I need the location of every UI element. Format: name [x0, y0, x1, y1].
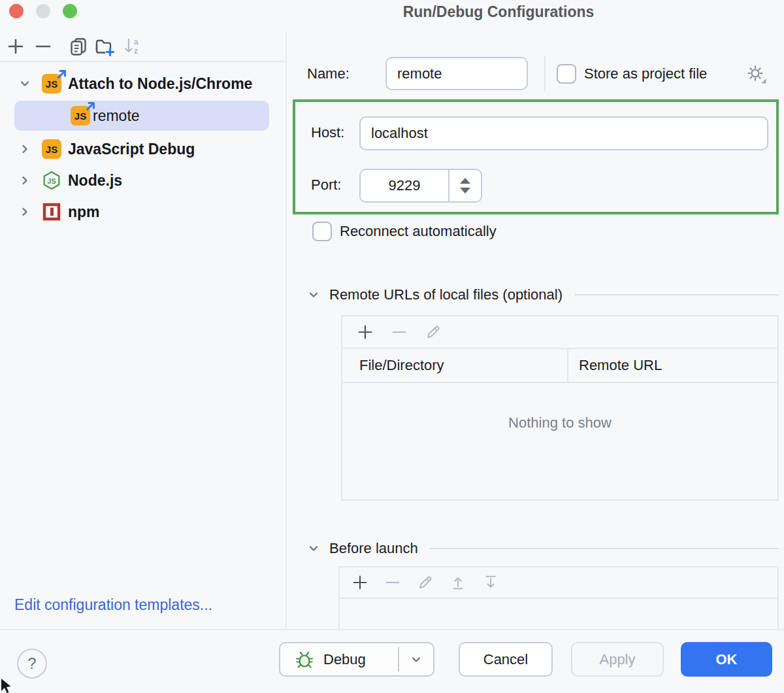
edit-configuration-templates-link[interactable]: Edit configuration templates...: [14, 596, 212, 614]
ok-button[interactable]: OK: [681, 642, 772, 677]
port-spinner: 9229: [359, 169, 482, 203]
footer-divider: [0, 629, 784, 630]
tree-item-javascript-debug[interactable]: JS JavaScript Debug: [0, 133, 286, 165]
tree-item-label: remote: [93, 107, 140, 125]
remote-urls-table-toolbar: [342, 316, 777, 349]
reconnect-automatically-label: Reconnect automatically: [340, 223, 497, 240]
remote-urls-section-header[interactable]: Remote URLs of local files (optional): [307, 285, 779, 305]
add-mapping-icon[interactable]: [355, 322, 375, 342]
svg-text:a: a: [134, 37, 139, 46]
section-rule: [430, 548, 779, 549]
edit-task-icon: [416, 573, 435, 592]
name-input[interactable]: [385, 57, 528, 90]
tree-item-attach-to-node[interactable]: JS Attach to Node.js/Chrome: [0, 68, 286, 99]
chevron-down-icon[interactable]: [18, 77, 31, 90]
before-launch-table: [338, 566, 779, 629]
tree-item-label: Node.js: [68, 172, 122, 190]
section-rule: [574, 294, 779, 296]
attach-arrow-icon: [84, 100, 97, 112]
js-attach-icon: JS: [71, 106, 90, 126]
new-folder-icon[interactable]: [94, 36, 115, 57]
stepper-down-icon[interactable]: [460, 188, 470, 194]
store-settings-gear-icon[interactable]: [745, 63, 768, 86]
host-label: Host:: [311, 124, 344, 141]
edit-mapping-icon: [423, 322, 443, 342]
configurations-toolbar: a z: [0, 31, 286, 62]
header-divider: [544, 56, 546, 92]
remote-urls-table-body: Nothing to show: [342, 383, 777, 498]
add-configuration-icon[interactable]: [5, 36, 26, 57]
reconnect-automatically-checkbox[interactable]: [312, 222, 332, 241]
remote-urls-table-header: File/Directory Remote URL: [342, 349, 777, 383]
column-file-directory: File/Directory: [342, 357, 567, 374]
remove-configuration-icon[interactable]: [33, 36, 54, 57]
attach-arrow-icon: [56, 68, 68, 80]
svg-text:z: z: [134, 46, 138, 56]
tree-item-npm[interactable]: npm: [0, 196, 286, 228]
svg-text:JS: JS: [47, 177, 56, 185]
minimize-window-button: [36, 4, 50, 18]
tree-item-label: JavaScript Debug: [68, 141, 195, 158]
help-question-icon: ?: [27, 654, 36, 673]
debug-bug-icon: [295, 650, 314, 669]
move-task-down-icon: [481, 573, 500, 592]
tree-item-remote[interactable]: JS remote: [0, 100, 286, 131]
host-input[interactable]: [359, 116, 768, 150]
stepper-up-icon[interactable]: [460, 178, 470, 184]
js-attach-icon: JS: [42, 74, 61, 93]
chevron-right-icon[interactable]: [18, 143, 31, 156]
nodejs-icon: JS: [42, 171, 61, 190]
apply-button: Apply: [571, 642, 664, 677]
port-label: Port:: [311, 177, 341, 194]
sort-configurations-icon: a z: [123, 36, 144, 57]
chevron-right-icon[interactable]: [18, 174, 31, 187]
zoom-window-button[interactable]: [63, 4, 77, 18]
name-label: Name:: [307, 65, 350, 82]
add-task-icon[interactable]: [350, 573, 370, 592]
chevron-right-icon[interactable]: [18, 205, 31, 218]
before-launch-toolbar: [340, 567, 777, 599]
empty-table-text: Nothing to show: [508, 414, 612, 431]
tree-item-nodejs[interactable]: JS Node.js: [0, 165, 286, 196]
tree-item-label: npm: [68, 203, 100, 221]
port-stepper: [448, 170, 481, 201]
remove-mapping-icon: [389, 322, 409, 342]
section-chevron-down-icon[interactable]: [307, 288, 320, 301]
port-input[interactable]: 9229: [361, 170, 448, 201]
before-launch-section-title: Before launch: [329, 540, 418, 557]
store-as-project-file-label: Store as project file: [584, 65, 707, 82]
close-window-button[interactable]: [9, 4, 24, 18]
move-task-up-icon: [448, 573, 468, 592]
before-launch-section-header[interactable]: Before launch: [307, 539, 779, 558]
panel-divider: [286, 31, 287, 629]
remote-urls-table: File/Directory Remote URL Nothing to sho…: [341, 315, 779, 501]
debug-split-button[interactable]: Debug: [279, 642, 434, 677]
titlebar: Run/Debug Configurations: [0, 0, 784, 29]
tree-item-label: Attach to Node.js/Chrome: [68, 75, 252, 93]
npm-icon: [42, 202, 61, 222]
remove-task-icon: [383, 573, 402, 592]
window-title: Run/Debug Configurations: [403, 3, 595, 21]
section-chevron-down-icon[interactable]: [307, 542, 320, 555]
copy-configuration-icon[interactable]: [68, 36, 89, 57]
cancel-button[interactable]: Cancel: [459, 642, 553, 677]
help-button[interactable]: ?: [17, 649, 47, 679]
mouse-cursor: [0, 679, 13, 693]
column-remote-url: Remote URL: [568, 357, 662, 374]
store-as-project-file-checkbox[interactable]: [557, 64, 576, 84]
js-debug-icon: JS: [42, 139, 61, 159]
remote-urls-section-title: Remote URLs of local files (optional): [329, 286, 563, 303]
debug-options-chevron-icon[interactable]: [399, 653, 433, 666]
debug-button-label: Debug: [323, 651, 366, 668]
